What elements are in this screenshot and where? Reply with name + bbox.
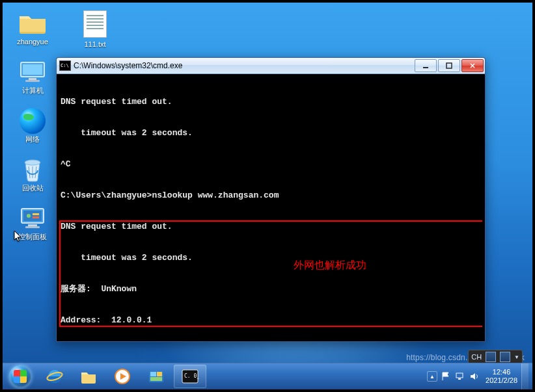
- terminal-line: ^C: [61, 159, 481, 170]
- desktop-icon-label: 回收站: [22, 184, 44, 192]
- system-tray[interactable]: ▲ 12:46 2021/2/28: [427, 363, 532, 389]
- recycle-bin-icon: [17, 157, 48, 183]
- desktop-icons: zhangyue 计算机 网络 回收站 控制面板: [8, 10, 60, 254]
- control-panel-icon: [17, 205, 48, 231]
- terminal-line: DNS request timed out.: [61, 222, 481, 232]
- terminal-line: DNS request timed out.: [61, 97, 481, 107]
- desktop-icon-label: 计算机: [22, 86, 44, 95]
- desktop-icon-recycle-bin[interactable]: 回收站: [8, 157, 57, 192]
- svg-point-7: [27, 214, 31, 218]
- close-button[interactable]: [461, 59, 484, 72]
- chevron-down-icon[interactable]: ▼: [514, 354, 519, 360]
- svg-rect-11: [25, 226, 40, 228]
- taskbar-app[interactable]: [140, 365, 172, 388]
- cmd-window[interactable]: C:\Windows\system32\cmd.exe DNS request …: [56, 57, 486, 342]
- annotation-box: [59, 220, 482, 327]
- svg-rect-19: [150, 372, 156, 376]
- terminal-line: timeout was 2 seconds.: [61, 253, 481, 263]
- terminal-line: C:\Users\zhangyue>nslookup www.zhangsan.…: [61, 190, 481, 201]
- svg-rect-24: [456, 373, 463, 378]
- desktop-icon-txtfile[interactable]: 111.txt: [70, 10, 120, 48]
- svg-rect-9: [33, 216, 39, 218]
- ime-language-bar[interactable]: CH ▼: [468, 350, 523, 364]
- title-bar[interactable]: C:\Windows\system32\cmd.exe: [57, 58, 485, 74]
- terminal-output[interactable]: DNS request timed out. timeout was 2 sec…: [59, 76, 482, 339]
- desktop-icon-folder[interactable]: zhangyue: [8, 10, 57, 46]
- svg-rect-13: [446, 63, 452, 68]
- desktop-icon-network[interactable]: 网络: [8, 108, 57, 144]
- network-icon: [17, 108, 48, 134]
- svg-rect-12: [423, 67, 428, 68]
- cmd-icon: C. 0_: [181, 368, 199, 385]
- show-desktop-button[interactable]: [521, 363, 528, 389]
- ime-language-label[interactable]: CH: [471, 353, 482, 361]
- tray-overflow-button[interactable]: ▲: [427, 371, 437, 382]
- taskbar-cmd-running[interactable]: C. 0_: [174, 365, 206, 388]
- svg-rect-1: [23, 64, 42, 75]
- ime-option-icon[interactable]: [486, 352, 496, 362]
- desktop-icon-computer[interactable]: 计算机: [8, 59, 57, 95]
- terminal-line: timeout was 2 seconds.: [61, 128, 481, 138]
- desktop[interactable]: zhangyue 计算机 网络 回收站 控制面板 111.txt: [3, 3, 532, 389]
- desktop-icon-label: 111.txt: [84, 40, 105, 48]
- computer-icon: [17, 59, 48, 85]
- cmd-icon: [59, 60, 71, 71]
- svg-rect-20: [157, 372, 162, 376]
- taskbar-ie[interactable]: [38, 365, 71, 388]
- svg-text:C.
0_: C. 0_: [184, 373, 199, 379]
- svg-rect-6: [23, 211, 42, 221]
- svg-rect-3: [25, 80, 40, 82]
- taskbar[interactable]: C. 0_ ▲ 12:46 2021/2/28: [3, 363, 532, 389]
- ie-icon: [46, 368, 64, 385]
- media-player-icon: [113, 368, 131, 385]
- taskbar-media-player[interactable]: [106, 365, 139, 388]
- folder-icon: [17, 10, 48, 36]
- desktop-icon-label: zhangyue: [17, 38, 48, 46]
- window-title: C:\Windows\system32\cmd.exe: [74, 61, 415, 70]
- desktop-icon-label: 控制面板: [18, 233, 47, 241]
- flag-icon[interactable]: [441, 371, 451, 382]
- volume-icon[interactable]: [469, 371, 480, 382]
- svg-point-4: [25, 160, 40, 165]
- network-tray-icon[interactable]: [455, 371, 465, 382]
- tray-date: 2021/2/28: [486, 376, 517, 385]
- maximize-button[interactable]: [438, 59, 460, 72]
- start-button[interactable]: [3, 363, 38, 389]
- tray-clock[interactable]: 12:46 2021/2/28: [486, 368, 517, 385]
- ime-option-icon[interactable]: [500, 352, 510, 362]
- windows-logo-icon: [9, 365, 31, 387]
- svg-rect-8: [33, 213, 39, 215]
- window-controls: [415, 59, 484, 72]
- svg-rect-10: [28, 224, 37, 226]
- desktop-icon-label: 网络: [25, 135, 40, 144]
- folder-icon: [79, 368, 98, 385]
- app-icon: [147, 368, 165, 385]
- txt-file-icon: [83, 10, 107, 38]
- terminal-line: Address: 12.0.0.1: [61, 315, 481, 326]
- svg-rect-25: [458, 378, 461, 380]
- terminal-line: 服务器: UnKnown: [61, 284, 481, 294]
- minimize-button[interactable]: [415, 59, 437, 72]
- tray-time: 12:46: [486, 368, 517, 376]
- svg-rect-21: [150, 377, 162, 381]
- desktop-icon-control-panel[interactable]: 控制面板: [8, 205, 57, 241]
- taskbar-explorer[interactable]: [72, 365, 105, 388]
- svg-rect-2: [29, 78, 36, 80]
